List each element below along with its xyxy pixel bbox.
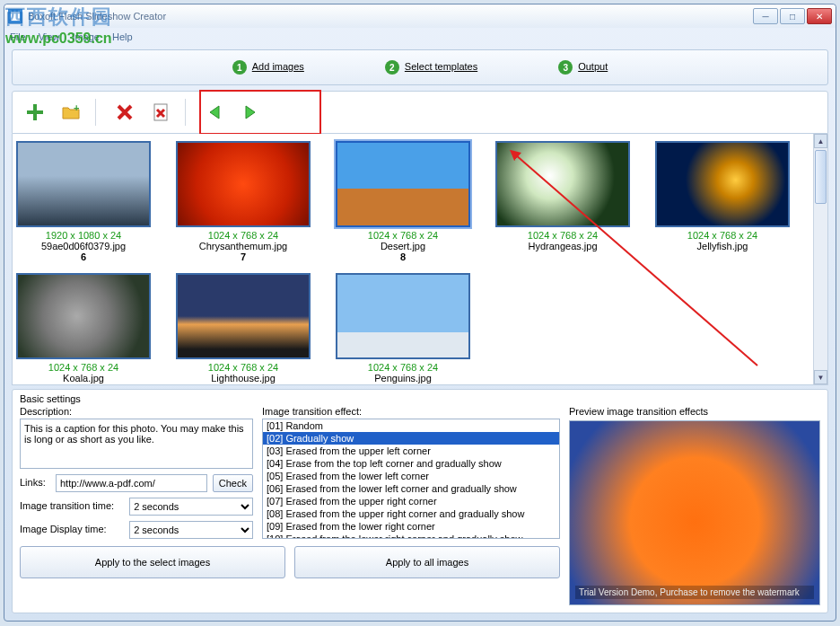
app-icon: [8, 9, 22, 23]
scroll-down-button[interactable]: ▼: [814, 370, 827, 384]
step-3-icon: 3: [558, 60, 573, 75]
preview-image: Trial Version Demo, Purchase to remove t…: [569, 420, 820, 605]
gallery-viewport[interactable]: 1920 x 1080 x 24 59ae0d06f0379.jpg 6 102…: [13, 134, 813, 384]
thumbnail-item[interactable]: 1024 x 768 x 24 Jellyfish.jpg: [655, 141, 790, 262]
step-add-images[interactable]: 1Add images: [232, 60, 304, 75]
scroll-up-button[interactable]: ▲: [814, 134, 827, 148]
thumbnail-image[interactable]: [336, 141, 470, 227]
thumbnail-image[interactable]: [16, 141, 151, 227]
thumbnail-item[interactable]: 1024 x 768 x 24 Penguins.jpg: [336, 273, 470, 384]
close-button[interactable]: ✕: [807, 8, 832, 24]
thumbnail-item[interactable]: 1024 x 768 x 24 Desert.jpg 8: [336, 141, 470, 262]
gallery-scrollbar[interactable]: ▲ ▼: [813, 134, 827, 384]
thumbnail-index: 6: [81, 251, 86, 262]
preview-label: Preview image transition effects: [569, 406, 820, 417]
delete-button[interactable]: [109, 97, 140, 128]
svg-rect-3: [27, 110, 43, 114]
thumbnail-image[interactable]: [495, 141, 630, 227]
move-left-button[interactable]: [199, 97, 230, 128]
effect-item[interactable]: [01] Random: [263, 419, 559, 432]
step-select-templates[interactable]: 2Select templates: [385, 60, 477, 75]
effect-item[interactable]: [08] Erased from the upper right corner …: [263, 507, 559, 520]
page-x-icon: [151, 102, 171, 122]
step-1-icon: 1: [232, 60, 247, 75]
effect-item[interactable]: [05] Erased from the lower left corner: [263, 470, 559, 482]
svg-rect-1: [11, 12, 20, 21]
thumbnail-dimensions: 1024 x 768 x 24: [48, 362, 118, 373]
thumbnail-dimensions: 1920 x 1080 x 24: [46, 230, 121, 241]
thumbnail-item[interactable]: 1024 x 768 x 24 Koala.jpg: [16, 273, 151, 384]
toolbar: +: [12, 91, 828, 134]
thumbnail-dimensions: 1024 x 768 x 24: [528, 230, 598, 241]
description-label: Description:: [20, 406, 253, 417]
thumbnail-filename: Lighthouse.jpg: [211, 373, 276, 384]
image-gallery: 1920 x 1080 x 24 59ae0d06f0379.jpg 6 102…: [12, 134, 828, 385]
thumbnail-dimensions: 1024 x 768 x 24: [368, 362, 438, 373]
thumbnail-image[interactable]: [176, 141, 311, 227]
check-button[interactable]: Check: [213, 474, 253, 492]
thumbnail-image[interactable]: [16, 273, 151, 359]
maximize-button[interactable]: □: [780, 8, 805, 24]
arrow-right-icon: [241, 102, 260, 122]
effect-item[interactable]: [10] Erased from the lower right corner …: [263, 533, 559, 539]
effect-item[interactable]: [04] Erase from the top left corner and …: [263, 457, 559, 470]
description-input[interactable]: This is a caption for this photo. You ma…: [20, 419, 253, 469]
thumbnail-image[interactable]: [176, 273, 311, 359]
thumbnail-item[interactable]: 1024 x 768 x 24 Lighthouse.jpg: [176, 273, 311, 384]
thumbnail-filename: Hydrangeas.jpg: [528, 241, 597, 251]
move-right-button[interactable]: [235, 97, 266, 128]
thumbnail-dimensions: 1024 x 768 x 24: [687, 230, 757, 241]
thumbnail-image[interactable]: [655, 141, 790, 227]
transition-time-select[interactable]: 2 seconds: [129, 498, 253, 516]
thumbnail-filename: 59ae0d06f0379.jpg: [41, 241, 126, 251]
thumbnail-filename: Penguins.jpg: [374, 373, 432, 384]
delete-all-button[interactable]: [145, 97, 176, 128]
window-title: Boxoft Flash Slideshow Creator: [28, 11, 753, 22]
basic-settings-panel: Basic settings Description: This is a ca…: [12, 389, 828, 613]
effect-item[interactable]: [07] Erased from the upper right corner: [263, 495, 559, 507]
links-input[interactable]: [56, 474, 207, 492]
effect-item[interactable]: [06] Erased from the lower left corner a…: [263, 482, 559, 495]
x-icon: [116, 103, 134, 121]
thumbnail-filename: Koala.jpg: [63, 373, 104, 384]
add-folder-button[interactable]: +: [56, 97, 86, 128]
arrow-left-icon: [205, 102, 224, 122]
menu-file[interactable]: File: [10, 31, 26, 42]
menu-image[interactable]: Image: [72, 31, 100, 42]
separator: [185, 99, 190, 126]
menu-view[interactable]: View: [39, 31, 60, 42]
menu-help[interactable]: Help: [112, 31, 133, 42]
thumbnail-filename: Chrysanthemum.jpg: [199, 241, 287, 251]
thumbnail-dimensions: 1024 x 768 x 24: [208, 230, 278, 241]
thumbnail-index: 7: [241, 251, 246, 262]
thumbnail-filename: Desert.jpg: [381, 241, 425, 251]
apply-to-all-button[interactable]: Apply to all images: [294, 546, 560, 578]
titlebar[interactable]: Boxoft Flash Slideshow Creator ─ □ ✕: [4, 4, 836, 28]
svg-text:+: +: [74, 102, 79, 113]
settings-title: Basic settings: [20, 393, 820, 404]
thumbnail-image[interactable]: [336, 273, 470, 359]
effect-item[interactable]: [03] Erased from the upper left corner: [263, 445, 559, 457]
menubar: File View Image Help: [4, 28, 836, 46]
step-output[interactable]: 3Output: [558, 60, 608, 75]
transition-time-label: Image transition time:: [20, 500, 124, 511]
separator: [95, 99, 101, 126]
thumbnail-item[interactable]: 1024 x 768 x 24 Hydrangeas.jpg: [495, 141, 630, 262]
folder-plus-icon: +: [61, 102, 81, 122]
thumbnail-item[interactable]: 1024 x 768 x 24 Chrysanthemum.jpg 7: [176, 141, 311, 262]
steps-bar: 1Add images 2Select templates 3Output: [12, 49, 828, 85]
minimize-button[interactable]: ─: [753, 8, 778, 24]
effect-item[interactable]: [02] Gradually show: [263, 432, 559, 445]
thumbnail-item[interactable]: 1920 x 1080 x 24 59ae0d06f0379.jpg 6: [16, 141, 151, 262]
transition-effect-listbox[interactable]: [01] Random[02] Gradually show[03] Erase…: [262, 419, 560, 539]
scroll-track[interactable]: [814, 148, 827, 370]
app-window: Boxoft Flash Slideshow Creator ─ □ ✕ Fil…: [4, 4, 836, 622]
effect-item[interactable]: [09] Erased from the lower right corner: [263, 520, 559, 533]
add-image-button[interactable]: [20, 97, 50, 128]
display-time-select[interactable]: 2 seconds: [129, 521, 253, 539]
apply-to-selected-button[interactable]: Apply to the select images: [20, 546, 285, 578]
thumbnail-index: 8: [400, 251, 406, 262]
scroll-thumb[interactable]: [815, 150, 827, 204]
thumbnail-dimensions: 1024 x 768 x 24: [208, 362, 278, 373]
thumbnail-filename: Jellyfish.jpg: [697, 241, 748, 251]
